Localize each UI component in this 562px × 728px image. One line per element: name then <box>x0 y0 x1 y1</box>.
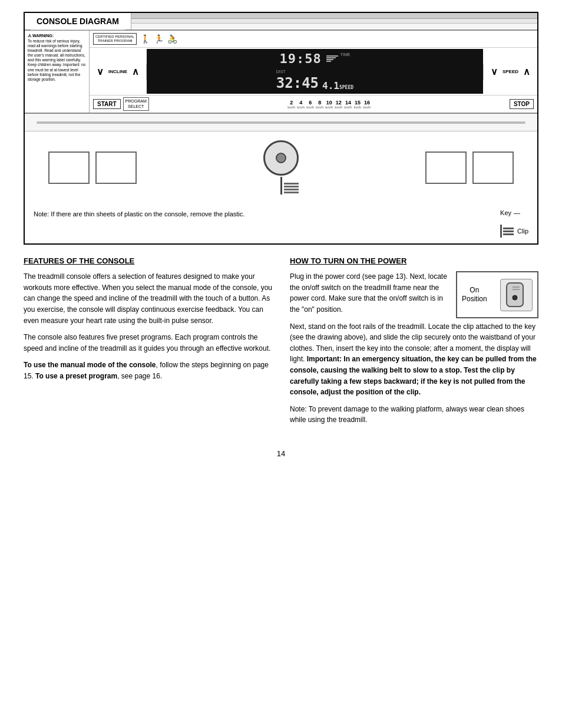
features-text-2: , see page 16. <box>117 372 162 380</box>
center-display-block: 19:58 TIME DIST <box>147 49 483 94</box>
diagram-note-text: Note: If there are thin sheets of plasti… <box>34 209 482 219</box>
key-circle <box>263 140 299 176</box>
page-wrapper: CONSOLE DIAGRAM ⚠ WARNING: To reduce ris… <box>0 0 562 482</box>
speed-marker-15: 15km/h <box>353 100 361 109</box>
left-handle-box-2 <box>95 151 137 184</box>
bars-icon <box>326 55 338 62</box>
speed-marker-4: 4km/h <box>297 100 305 109</box>
page-number: 14 <box>24 449 538 458</box>
speed-sub-label: SPEED <box>339 85 353 90</box>
speed-arrows: ∨ SPEED ∧ <box>491 66 530 77</box>
right-handle-box-2 <box>472 151 514 184</box>
bottom-display-row: DIST 32:45 4.1SPEED <box>276 66 353 91</box>
features-section: FEATURES OF THE CONSOLE The treadmill co… <box>24 256 272 431</box>
speed-marker-14: 14km/h <box>344 100 352 109</box>
incline-section: ∨ INCLINE ∧ <box>90 64 147 80</box>
incline-down-arrow[interactable]: ∨ <box>97 66 104 77</box>
start-button[interactable]: START <box>93 99 121 109</box>
warning-title: ⚠ WARNING: <box>28 34 86 39</box>
speed-marker-2: 2km/h <box>287 100 295 109</box>
time-display: 19:58 <box>279 51 321 66</box>
console-main-area: CERTIFIED PERSONALTRAINER PROGRAM 🚶 🏃 🚴 … <box>90 31 537 113</box>
speed-markers-row: 2km/h 4km/h 6km/h 8km/h 10km/h 12km/h 14… <box>151 100 507 109</box>
dist-label: DIST <box>276 70 286 74</box>
features-bold-1: To use the manual mode of the console <box>24 361 156 369</box>
person-icon-2: 🏃 <box>154 34 164 44</box>
console-middle-row: ∨ INCLINE ∧ 19:58 <box>90 48 537 95</box>
diagram-note-row: Note: If there are thin sheets of plasti… <box>25 203 537 243</box>
speed-label: SPEED <box>503 69 518 74</box>
svg-point-3 <box>513 295 517 300</box>
speed-marker-8: 8km/h <box>316 100 323 109</box>
key-center-dot <box>276 153 286 163</box>
speed-up-arrow[interactable]: ∧ <box>523 66 530 77</box>
console-bottom-row: START PROGRAMSELECT 2km/h 4km/h 6km/h 8k… <box>90 95 537 113</box>
on-position-container: Plug in the power cord (see page 13). Ne… <box>290 271 538 321</box>
incline-up-arrow[interactable]: ∧ <box>132 66 139 77</box>
speed-marker-16: 16km/h <box>363 100 371 109</box>
key-clip-labels: Key — Clip <box>500 209 528 238</box>
svg-rect-0 <box>507 283 523 307</box>
features-paragraph-1: The treadmill console offers a selection… <box>24 271 272 326</box>
features-bold-2: To use a preset program <box>35 372 117 380</box>
features-title: FEATURES OF THE CONSOLE <box>24 256 272 265</box>
power-paragraph-2: Next, stand on the foot rails of the tre… <box>290 321 538 398</box>
certified-label: CERTIFIED PERSONALTRAINER PROGRAM <box>93 33 137 45</box>
incline-arrows: ∨ INCLINE ∧ <box>97 66 139 77</box>
key-illustration <box>263 140 299 195</box>
speed-down-arrow[interactable]: ∨ <box>491 66 498 77</box>
power-paragraph-3: Note: To prevent damage to the walking p… <box>290 404 538 426</box>
handle-boxes-area <box>25 131 537 203</box>
power-paragraph-1: Plug in the power cord (see page 13). Ne… <box>290 271 450 315</box>
speed-marker-12: 12km/h <box>335 100 342 109</box>
treadmill-frame-strip <box>25 114 537 131</box>
power-section: HOW TO TURN ON THE POWER Plug in the pow… <box>290 256 538 431</box>
features-paragraph-3: To use the manual mode of the console, f… <box>24 360 272 381</box>
warning-text: To reduce risk of serious injury, read a… <box>28 39 86 82</box>
stop-button[interactable]: STOP <box>510 99 534 109</box>
power-paragraph-1-text: Plug in the power cord (see page 13). Ne… <box>290 271 450 321</box>
diagram-note-content: Note: If there are thin sheets of plasti… <box>34 210 244 218</box>
on-position-label: OnPosition <box>462 286 487 304</box>
dist-display: 32:45 <box>276 75 319 91</box>
key-stem <box>280 177 282 195</box>
features-paragraph-2: The console also features five preset pr… <box>24 332 272 354</box>
time-label: TIME <box>340 52 351 57</box>
diagram-inner: ⚠ WARNING: To reduce risk of serious inj… <box>25 29 537 114</box>
switch-svg <box>502 280 531 309</box>
time-display-row: 19:58 TIME <box>279 51 350 66</box>
speed-section: ∨ SPEED ∧ <box>483 64 537 80</box>
clip-label: Clip <box>517 228 528 235</box>
console-diagram-box: CONSOLE DIAGRAM ⚠ WARNING: To reduce ris… <box>24 12 538 245</box>
speed-marker-10: 10km/h <box>325 100 333 109</box>
key-label: Key <box>500 209 511 216</box>
switch-illustration <box>500 279 533 311</box>
console-top-row: CERTIFIED PERSONALTRAINER PROGRAM 🚶 🏃 🚴 <box>90 31 537 48</box>
incline-label: INCLINE <box>108 69 127 74</box>
console-diagram-title: CONSOLE DIAGRAM <box>31 13 125 30</box>
person-icon-3: 🚴 <box>167 34 177 44</box>
person-icon-1: 🚶 <box>140 34 150 44</box>
left-handle-box-1 <box>48 151 90 184</box>
two-column-section: FEATURES OF THE CONSOLE The treadmill co… <box>24 256 538 431</box>
speed-marker-6: 6km/h <box>306 100 314 109</box>
dist-group: DIST 32:45 <box>276 66 319 91</box>
power-title: HOW TO TURN ON THE POWER <box>290 256 538 265</box>
warning-section: ⚠ WARNING: To reduce risk of serious inj… <box>25 31 90 113</box>
program-select-button[interactable]: PROGRAMSELECT <box>123 97 149 111</box>
speed-display: 4.1SPEED <box>322 80 353 91</box>
on-position-box: OnPosition <box>456 271 538 318</box>
right-handle-box-1 <box>425 151 467 184</box>
speed-group: 4.1SPEED <box>322 80 353 91</box>
power-paragraph-2-bold: Important: In an emergency situation, th… <box>290 355 537 396</box>
